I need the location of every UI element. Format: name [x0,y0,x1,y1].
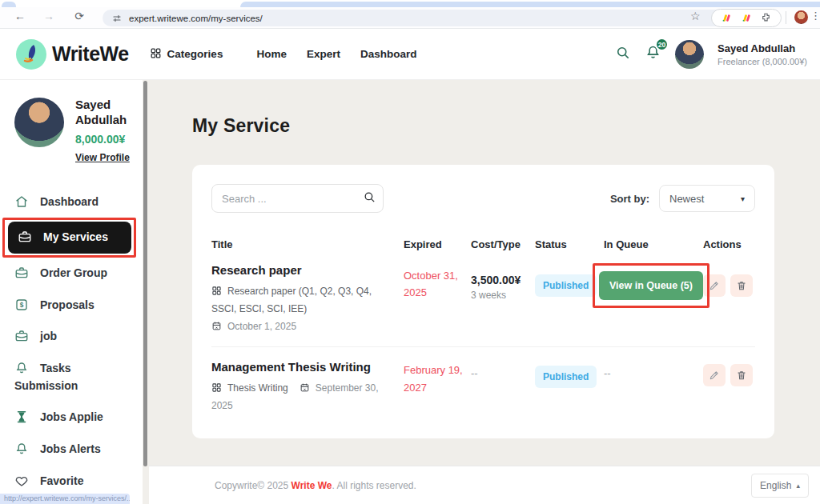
nav-expert[interactable]: Expert [307,48,340,60]
nav-home[interactable]: Home [256,48,287,60]
search-icon[interactable] [615,45,631,64]
expired-date: February 19, 2027 [404,362,471,396]
home-icon [14,194,29,209]
back-button[interactable]: ← [11,10,29,22]
user-avatar[interactable] [675,40,704,69]
nav-categories-label: Categories [167,48,223,60]
writewe-extension-icon[interactable] [722,13,732,23]
browser-menu-icon[interactable]: ⋮ [810,10,820,22]
delete-button[interactable] [730,364,753,386]
table-row: Research paper Research paper (Q1, Q2, Q… [211,263,755,332]
bell-icon [14,361,29,375]
browser-toolbar: ← → ⟳ expert.writewe.com/my-services/ ☆ [0,7,820,29]
calendar-icon [211,321,223,331]
nav-dashboard[interactable]: Dashboard [360,48,417,60]
main-nav: Categories Home Expert Dashboard [150,47,437,62]
language-selector[interactable]: English ▴ [751,474,809,498]
col-actions: Actions [703,238,753,250]
sidebar-item-label: My Services [43,230,108,243]
search-input[interactable] [222,193,363,205]
bell-icon [14,442,29,456]
sidebar-item-job[interactable]: job [8,321,131,353]
sidebar-item-label: Jobs Applie [40,410,103,423]
footer-brand: Write We [291,480,332,491]
sidebar: Sayed Abdullah 8,000.00¥ View Profile Da… [0,80,143,504]
sort-dropdown[interactable]: Newest ▾ [659,185,755,212]
briefcase-icon [14,329,29,343]
header-right: 20 Sayed Abdullah Freelancer (8,000.00¥) [615,40,807,69]
sidebar-profile: Sayed Abdullah 8,000.00¥ View Profile [0,80,143,169]
chevron-up-icon: ▴ [796,482,800,490]
briefcase-icon [14,266,29,280]
edit-button[interactable] [703,274,726,297]
browser-status-bar: http://expert.writewe.com/my-services/..… [0,494,130,504]
search-icon[interactable] [363,190,376,207]
sidebar-item-proposals[interactable]: $Proposals [8,290,131,322]
service-cost: -- [471,367,535,379]
profile-avatar[interactable] [14,98,64,147]
extensions-puzzle-icon[interactable] [761,11,771,26]
site-settings-icon[interactable] [112,14,122,23]
col-expired: Expired [404,238,471,250]
sort-value: Newest [669,193,704,205]
page-scrollbar[interactable] [143,80,149,504]
status-badge: Published [535,274,597,297]
user-name: Sayed Abdullah [718,42,807,54]
writewe-extension-icon[interactable] [742,13,752,23]
edit-button[interactable] [703,364,726,386]
chevron-down-icon: ▾ [741,194,745,203]
view-in-queue-button[interactable]: View in Queue (5) [599,271,703,300]
sidebar-item-jobs-alerts[interactable]: Jobs Alerts [8,434,131,466]
col-cost-type: Cost/Type [471,238,535,250]
service-title[interactable]: Management Thesis Writing [211,360,404,374]
view-profile-link[interactable]: View Profile [75,152,130,163]
service-title[interactable]: Research paper [211,263,404,277]
dollar-square-icon: $ [14,298,29,312]
browser-profile-avatar[interactable] [794,10,808,24]
pinned-extensions [711,9,782,27]
reload-button[interactable]: ⟳ [70,10,88,22]
service-category: Research paper (Q1, Q2, Q3, Q4, SSCI, ES… [211,286,372,314]
sidebar-menu: Dashboard My Services Order Group $Propo… [0,186,143,504]
notifications-bell-icon[interactable]: 20 [645,44,661,64]
sort-by-label: Sort by: [610,193,649,205]
grid-icon [211,382,223,393]
sidebar-item-my-services[interactable]: My Services [8,222,131,254]
user-info[interactable]: Sayed Abdullah Freelancer (8,000.00¥) [718,42,807,66]
sidebar-item-favorite[interactable]: Favorite [8,466,131,498]
toolbar-divider [786,11,786,24]
forward-button[interactable]: → [40,10,58,22]
brand-wordmark[interactable]: WriteWe [52,42,129,66]
services-card: Sort by: Newest ▾ Title Expired Cost/Typ… [192,165,774,438]
delete-button[interactable] [730,274,753,297]
sidebar-item-tasks-submission[interactable]: Tasks Submission [8,353,131,402]
sidebar-item-jobs-applie[interactable]: Jobs Applie [8,402,131,434]
browser-tab-partial[interactable] [2,2,16,7]
service-cost: 3,500.00¥ [471,274,535,286]
main-content: My Service Sort by: Newest ▾ [149,80,820,504]
bookmark-star-icon[interactable]: ☆ [690,10,701,22]
address-bar[interactable]: expert.writewe.com/my-services/ [102,10,726,26]
nav-categories[interactable]: Categories [150,47,223,62]
sidebar-item-order-group[interactable]: Order Group [8,258,131,290]
col-in-queue: In Queue [604,238,703,250]
page-footer: Copywrite© 2025 Write We. All rights res… [149,466,820,504]
sidebar-item-dashboard[interactable]: Dashboard [8,186,131,218]
table-row: Management Thesis Writing Thesis Writing… [211,346,755,414]
browser-tabstrip-band [240,2,820,7]
browser-tabstrip [0,0,820,7]
queue-placeholder: -- [604,367,703,379]
col-title: Title [211,238,404,250]
service-search[interactable] [211,184,384,213]
writewe-logo-icon[interactable] [16,39,46,70]
user-role: Freelancer (8,000.00¥) [718,57,807,66]
site-header: WriteWe Categories Home Expert Dashboard… [0,29,820,80]
notification-count-badge: 20 [655,38,669,51]
app-body: Sayed Abdullah 8,000.00¥ View Profile Da… [0,80,820,504]
page-title: My Service [192,115,290,137]
status-badge: Published [535,366,597,388]
sidebar-item-label: Favorite [40,474,83,487]
svg-text:$: $ [20,302,24,309]
scrollbar-thumb[interactable] [143,81,147,466]
sidebar-item-label: Jobs Alerts [40,442,101,455]
